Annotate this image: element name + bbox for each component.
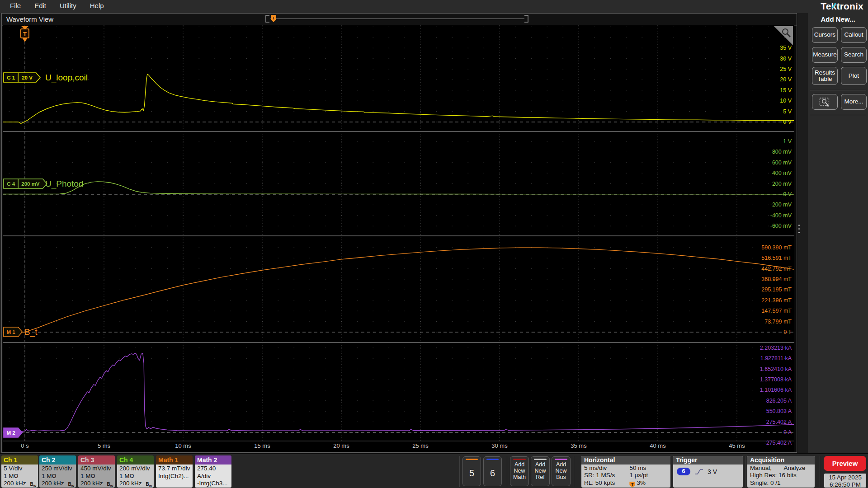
- waveform-button-6[interactable]: 6: [483, 456, 502, 486]
- divider: [820, 456, 820, 487]
- divider: [459, 456, 460, 487]
- plot-button[interactable]: Plot: [841, 67, 867, 85]
- acquisition-analyze: Analyze: [783, 465, 805, 472]
- divider: [745, 456, 745, 487]
- horizontal-panel[interactable]: Horizontal 5 ms/div 50 ms SR: 1 MS/s 1 µ…: [581, 456, 670, 488]
- add-new-title: Add New...: [808, 15, 868, 23]
- channel-badge-ch4[interactable]: Ch 4200 mV/div1 MΩ200 kHzBw: [117, 455, 154, 488]
- menu-utility[interactable]: Utility: [60, 2, 76, 9]
- channel-settings: 200 mV/div1 MΩ200 kHzBw: [117, 465, 154, 488]
- channel-settings: 250 mV/div1 MΩ200 kHzBw: [39, 465, 76, 488]
- menu-file[interactable]: File: [10, 2, 21, 9]
- acquisition-resolution: High Res: 16 bits: [750, 472, 797, 479]
- horizontal-scale: 5 ms/div: [584, 465, 607, 471]
- more-button[interactable]: More...: [841, 94, 867, 110]
- trigger-panel[interactable]: Trigger 6 3 V: [673, 456, 743, 488]
- trigger-level: 3 V: [708, 468, 717, 475]
- bandwidth-limit-icon: Bw: [107, 481, 113, 488]
- channel-badge-ch1[interactable]: Ch 15 V/div1 MΩ200 kHzBw: [1, 455, 38, 488]
- add-new-panel: Add New... Cursors Callout Measure Searc…: [808, 13, 868, 453]
- acquisition-mode: Manual,: [750, 465, 772, 471]
- channel-name: Ch 3: [78, 455, 115, 465]
- acquisition-panel-title: Acquisition: [747, 456, 815, 465]
- channel-name: Ch 4: [117, 455, 154, 465]
- panel-drag-handle-icon[interactable]: [797, 222, 801, 235]
- add-new-bus-button[interactable]: AddNewBus: [552, 456, 571, 486]
- channel-badge-math2[interactable]: Math 2275.40 A/div-Intg(Ch3...: [195, 455, 231, 488]
- waveform-view-title: Waveform View: [6, 15, 53, 23]
- rising-edge-icon: [694, 468, 703, 475]
- zoom-select-button[interactable]: [812, 94, 838, 110]
- cursors-button[interactable]: Cursors: [812, 27, 838, 43]
- bandwidth-limit-icon: Bw: [68, 481, 74, 488]
- add-new-math-button[interactable]: AddNewMath: [510, 456, 529, 486]
- channel-badge-ch2[interactable]: Ch 2250 mV/div1 MΩ200 kHzBw: [39, 455, 76, 488]
- zoom-select-icon: [819, 97, 831, 107]
- channel-name: Math 2: [195, 455, 231, 465]
- search-button[interactable]: Search: [841, 47, 867, 63]
- horizontal-window: 50 ms: [629, 465, 646, 472]
- results-table-button[interactable]: Results Table: [812, 67, 838, 85]
- divider: [574, 456, 574, 487]
- tektronix-logo: Tektronix: [821, 1, 863, 12]
- bandwidth-limit-icon: Bw: [146, 481, 152, 488]
- menu-help[interactable]: Help: [90, 2, 104, 9]
- horizontal-record-length: RL: 50 kpts: [584, 479, 615, 486]
- bandwidth-limit-icon: Bw: [30, 481, 36, 488]
- horizontal-resolution: 1 µs/pt: [629, 472, 648, 479]
- trigger-panel-title: Trigger: [673, 456, 743, 465]
- waveform-view-titlebar[interactable]: Waveform View: [2, 14, 797, 26]
- date: 15 Apr 2025: [824, 474, 866, 481]
- acquisition-panel[interactable]: Acquisition Manual, Analyze High Res: 16…: [747, 456, 815, 488]
- channel-badge-ch3[interactable]: Ch 3450 mV/div1 MΩ200 kHzBw: [78, 455, 115, 488]
- acquisition-single: Single: 0 /1: [750, 479, 781, 486]
- channel-settings: 73.7 mT/divIntg(Ch2)...: [156, 465, 193, 488]
- channel-name: Math 1: [156, 455, 193, 465]
- add-new-ref-button[interactable]: AddNewRef: [531, 456, 550, 486]
- measure-button[interactable]: Measure: [812, 47, 838, 63]
- waveform-button-5[interactable]: 5: [462, 456, 481, 486]
- trigger-source-badge: 6: [677, 468, 690, 475]
- channel-badge-math1[interactable]: Math 173.7 mT/divIntg(Ch2)...: [156, 455, 193, 488]
- horizontal-sample-rate: SR: 1 MS/s: [584, 472, 615, 479]
- trigger-position-icon: T: [629, 482, 635, 488]
- waveform-view-window: Waveform View: [1, 13, 797, 453]
- divider: [810, 115, 866, 115]
- channel-settings: 275.40 A/div-Intg(Ch3...: [195, 465, 231, 488]
- preview-button[interactable]: Preview: [824, 456, 866, 471]
- horizontal-trigger-position: 3%: [637, 479, 646, 486]
- channel-name: Ch 1: [1, 455, 38, 465]
- time: 6:26:50 PM: [824, 481, 866, 488]
- channel-settings: 5 V/div1 MΩ200 kHzBw: [1, 465, 38, 488]
- divider: [507, 456, 507, 487]
- datetime-display: 15 Apr 2025 6:26:50 PM: [824, 474, 866, 488]
- bottom-settings-bar: Ch 15 V/div1 MΩ200 kHzBwCh 2250 mV/div1 …: [0, 453, 868, 488]
- menu-bar: FileEditUtilityHelp Tektronix: [0, 0, 868, 13]
- menu-edit[interactable]: Edit: [34, 2, 46, 9]
- channel-settings: 450 mV/div1 MΩ200 kHzBw: [78, 465, 115, 488]
- callout-button[interactable]: Callout: [841, 27, 867, 43]
- channel-name: Ch 2: [39, 455, 76, 465]
- horizontal-panel-title: Horizontal: [581, 456, 670, 465]
